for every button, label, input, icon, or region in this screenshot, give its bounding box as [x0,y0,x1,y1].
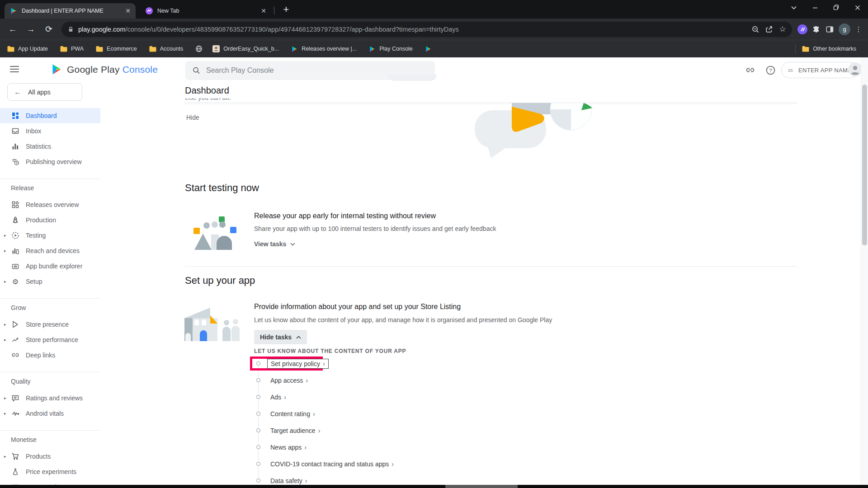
tab-close-icon[interactable]: ✕ [259,7,268,15]
task-ads[interactable]: Ads › [254,389,394,405]
address-bar[interactable]: play.google.com/console/u/0/developers/4… [61,22,792,37]
back-arrow-icon: ← [14,88,21,96]
task-target-audience[interactable]: Target audience › [254,422,394,439]
sidebar-item-store-presence[interactable]: ▸ Store presence [0,317,100,332]
testing-card-title: Release your app early for internal test… [254,212,436,220]
sidebar-item-ratings-and-reviews[interactable]: ▸ Ratings and reviews [0,390,100,406]
sidebar-item-reach-and-devices[interactable]: ▸ Reach and devices [0,243,100,258]
bookmark-play-icon-only[interactable] [425,46,432,52]
expand-arrow-icon[interactable]: ▸ [4,396,6,400]
browser-toolbar: ← → ⟳ play.google.com/console/u/0/develo… [0,19,868,40]
folder-icon [802,46,809,52]
sidebar-item-releases-overview[interactable]: Releases overview [0,197,100,212]
search-input[interactable] [206,66,428,75]
share-icon[interactable] [762,23,776,36]
task-app-access[interactable]: App access › [254,372,394,389]
expand-arrow-icon[interactable]: ▸ [4,279,6,284]
play-store-icon [369,46,376,52]
setup-section-heading: Set up your app [185,275,255,286]
sidebar-item-setup[interactable]: ▸ ⚙ Setup [0,274,100,289]
sidebar-item-android-vitals[interactable]: ▸ Android vitals [0,406,100,421]
all-apps-button[interactable]: ← All apps [7,83,82,101]
restore-button[interactable] [826,0,847,15]
bookmark-play-console[interactable]: Play Console [369,46,413,52]
sidebar-item-deep-links[interactable]: Deep links [0,347,100,363]
sidebar: ← All apps Dashboard Inbox Statistics [0,82,100,488]
lock-icon[interactable] [68,26,74,33]
tab-search-chevron-icon[interactable] [783,0,804,15]
expand-arrow-icon[interactable]: ▸ [4,454,6,459]
menu-hamburger-icon[interactable] [10,66,19,74]
sidebar-item-store-performance[interactable]: ▸ Store performance [0,332,100,347]
reload-button[interactable]: ⟳ [41,22,57,37]
brand-console: Console [123,64,158,75]
bookmark-pwa[interactable]: PWA [60,46,84,52]
chevron-right-icon: › [313,410,315,418]
bookmark-app-update[interactable]: App Update [7,46,48,52]
sidebar-item-inbox[interactable]: Inbox [0,123,100,139]
profile-avatar[interactable]: g [839,23,850,35]
side-panel-icon[interactable] [823,23,836,36]
task-news-apps[interactable]: News apps › [254,439,394,455]
back-button[interactable]: ← [5,22,20,37]
production-icon [11,216,20,225]
store-listing-illustration [184,305,242,341]
window-controls [783,0,868,15]
expand-arrow-icon[interactable]: ▸ [4,338,6,342]
bookmark-star-icon[interactable]: ☆ [776,23,789,36]
bookmark-ordereasy[interactable]: OrderEasy_Quick_b... [212,45,279,52]
expand-arrow-icon[interactable]: ▸ [4,322,6,327]
task-bullet-icon [256,412,260,416]
task-list: Set privacy policy › App access › Ads › … [254,355,394,488]
task-covid19-apps[interactable]: COVID-19 contact tracing and status apps… [254,455,394,472]
releases-overview-icon [11,200,20,209]
zoom-icon[interactable] [749,23,762,36]
new-tab-button[interactable]: + [280,3,292,16]
extensions-puzzle-icon[interactable] [809,23,823,36]
tab-new-tab[interactable]: New Tab ✕ [140,3,271,19]
sidebar-item-production[interactable]: Production [0,212,100,228]
account-avatar[interactable] [848,62,862,78]
tab-dashboard[interactable]: Dashboard | ENTER APP NAME ✕ [5,3,136,19]
sidebar-item-testing[interactable]: ▸ Testing [0,228,100,243]
testers-illustration [193,216,237,250]
scrollbar-thumb[interactable] [862,84,867,245]
bookmark-accounts[interactable]: Accounts [149,46,183,52]
task-set-privacy-policy[interactable]: Set privacy policy › [254,355,394,372]
hide-link[interactable]: Hide [186,114,199,121]
tab-title: New Tab [157,8,259,14]
sidebar-item-statistics[interactable]: Statistics [0,139,100,154]
app-selector-chip[interactable]: ENTER APP NAME [781,62,859,78]
sidebar-item-price-experiments[interactable]: Price experiments [0,464,100,479]
view-tasks-button[interactable]: View tasks [254,240,295,248]
bookmark-globe[interactable] [195,45,203,52]
play-store-icon [291,46,298,52]
bookmark-ecommerce[interactable]: Ecommerce [96,46,137,52]
tab-close-icon[interactable]: ✕ [124,7,132,15]
forward-button[interactable]: → [23,22,38,37]
chevron-right-icon: › [305,477,307,484]
task-bullet-icon [256,395,260,399]
help-icon[interactable]: ? [765,65,776,75]
bookmark-releases-overview[interactable]: Releases overview |... [291,46,357,52]
sidebar-item-products[interactable]: ▸ Products [0,449,100,464]
minimize-button[interactable] [804,0,826,15]
copy-link-icon[interactable] [745,65,755,75]
expand-arrow-icon[interactable]: ▸ [4,249,6,253]
sidebar-item-dashboard[interactable]: Dashboard [0,108,100,123]
expand-arrow-icon[interactable]: ▸ [4,411,6,416]
site-favicon [212,45,220,52]
task-content-rating[interactable]: Content rating › [254,405,394,422]
hide-tasks-button[interactable]: Hide tasks [254,330,307,344]
sidebar-item-app-bundle-explorer[interactable]: App bundle explorer [0,258,100,274]
folder-icon [96,46,103,52]
close-window-button[interactable] [847,0,868,15]
other-bookmarks[interactable]: Other bookmarks [802,46,856,52]
browser-menu-icon[interactable]: ⋮ [853,25,864,33]
expand-arrow-icon[interactable]: ▸ [4,233,6,238]
chevron-right-icon: › [284,394,286,401]
sidebar-item-publishing-overview[interactable]: Publishing overview [0,154,100,169]
play-console-logo[interactable]: Google Play Console [51,63,158,75]
android-app-icon [786,66,795,75]
extension-purple-icon[interactable] [796,23,809,36]
